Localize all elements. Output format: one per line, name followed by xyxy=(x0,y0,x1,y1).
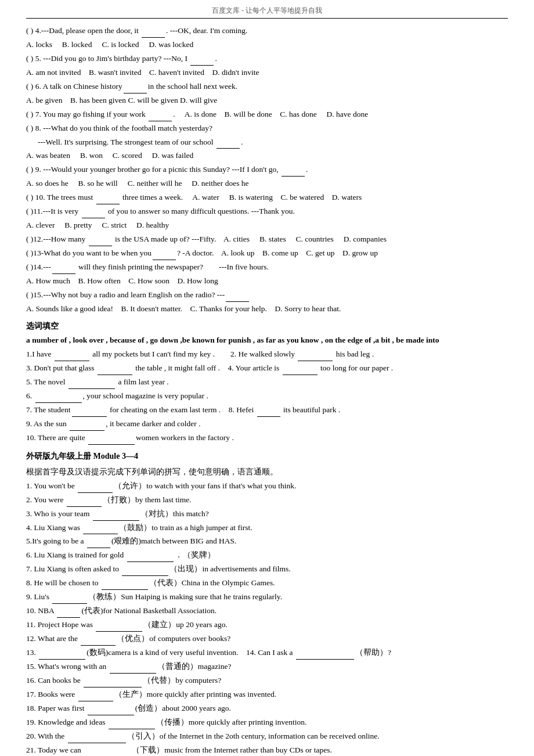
m-item-19: 20. With the （引入）of the Internet in the … xyxy=(26,730,508,743)
m-item-17: 18. Paper was first (创造）about 2000 years… xyxy=(26,702,508,715)
m-item-16: 17. Books were （生产）more quickly after pr… xyxy=(26,688,508,701)
m-item-1: 1. You won't be （允许）to watch with your f… xyxy=(26,480,508,493)
question-8-line1: ( ) 8. ---What do you think of the footb… xyxy=(26,122,508,135)
m-item-6: 6. Liu Xiang is trained for gold ．（奖牌） xyxy=(26,549,508,562)
question-11: ( )11.---It is very of you to answer so … xyxy=(26,205,508,218)
fill-item-2: 3. Don't put that glass the table , it m… xyxy=(26,362,508,375)
m-item-20: 21. Today we can （下载）music from the Inte… xyxy=(26,744,508,756)
q9-options: A. so does he B. so he will C. neither w… xyxy=(26,177,508,190)
fill-item-5: 7. The student for cheating on the exam … xyxy=(26,404,508,417)
question-9: ( ) 9. ---Would your younger brother go … xyxy=(26,163,508,177)
module-instruction: 根据首字母及汉语提示完成下列单词的拼写，使句意明确，语言通顺。 xyxy=(26,466,508,479)
module-title: 外研版九年级上册 Module 3—4 xyxy=(26,449,508,463)
header-text: 百度文库 - 让每个人平等地提升自我 xyxy=(212,6,322,15)
m-item-12: 12. What are the （优点）of computers over b… xyxy=(26,632,508,646)
q15-options: A. Sounds like a good idea! B. It doesn'… xyxy=(26,303,508,316)
question-6: ( ) 6. A talk on Chinese historyin the s… xyxy=(26,80,508,93)
m-item-4: 4. Liu Xiang was （鼓励）to train as a high … xyxy=(26,521,508,535)
m-item-14: 15. What's wrong with an （普通的）magazine? xyxy=(26,660,508,674)
m-item-5: 5.It's going to be a (艰难的)match between … xyxy=(26,535,508,548)
m-item-11: 11. Project Hope was （建立）up 20 years ago… xyxy=(26,618,508,632)
q8-options: A. was beaten B. won C. scored D. was fa… xyxy=(26,149,508,163)
q11-options: A. clever B. pretty C. strict D. healthy xyxy=(26,219,508,232)
m-item-18: 19. Knowledge and ideas （传播）more quickly… xyxy=(26,716,508,729)
m-item-15: 16. Can books be （代替）by computers? xyxy=(26,674,508,687)
section-fill-title: 选词填空 xyxy=(26,319,508,333)
m-item-2: 2. You were （打败）by them last time. xyxy=(26,494,508,507)
fill-item-7: 10. There are quite women workers in the… xyxy=(26,431,508,445)
page-header: 百度文库 - 让每个人平等地提升自我 xyxy=(26,6,508,19)
m-item-9: 9. Liu's （教练）Sun Haiping is making sure … xyxy=(26,591,508,604)
question-5: ( ) 5. ---Did you go to Jim's birthday p… xyxy=(26,52,508,66)
q4-options: A. locks B. locked C. is locked D. was l… xyxy=(26,38,508,52)
m-item-10: 10. NBA (代表)for National Basketball Asso… xyxy=(26,604,508,618)
m-item-7: 7. Liu Xiang is often asked to （出现）in ad… xyxy=(26,563,508,576)
q5-options: A. am not invited B. wasn't invited C. h… xyxy=(26,66,508,80)
m-item-3: 3. Who is your team （对抗）this match? xyxy=(26,507,508,521)
m-item-13: 13. (数码)camera is a kind of very useful … xyxy=(26,646,508,660)
question-8-line2: ---Well. It's surprising. The strongest … xyxy=(38,136,508,149)
question-14: ( )14.--- will they finish printing the … xyxy=(26,261,508,274)
question-10: ( ) 10. The trees must three times a wee… xyxy=(26,191,508,204)
phrase-bank: a number of , look over , because of , g… xyxy=(26,334,508,347)
question-15: ( )15.---Why not buy a radio and learn E… xyxy=(26,289,508,302)
m-item-8: 8. He will be chosen to （代表）China in the… xyxy=(26,577,508,590)
question-13: ( )13-What do you want to be when you? -… xyxy=(26,247,508,260)
question-4: ( ) 4.---Dad, please open the door, it .… xyxy=(26,24,508,38)
question-7: ( ) 7. You may go fishing if your work .… xyxy=(26,108,508,121)
page: 百度文库 - 让每个人平等地提升自我 ( ) 4.---Dad, please … xyxy=(0,0,534,756)
fill-item-6: 9. As the sun , it became darker and col… xyxy=(26,417,508,431)
fill-item-4: 6. , your school magazine is very popula… xyxy=(26,390,508,403)
question-12: ( )12.---How many is the USA made up of?… xyxy=(26,233,508,246)
q6-options: A. be given B. has been given C. will be… xyxy=(26,94,508,107)
q14-options: A. How much B. How often C. How soon D. … xyxy=(26,275,508,288)
fill-item-1: 1.I have all my pockets but I can't find… xyxy=(26,348,508,361)
content-area: ( ) 4.---Dad, please open the door, it .… xyxy=(26,24,508,756)
fill-item-3: 5. The novel a film last year . xyxy=(26,376,508,389)
